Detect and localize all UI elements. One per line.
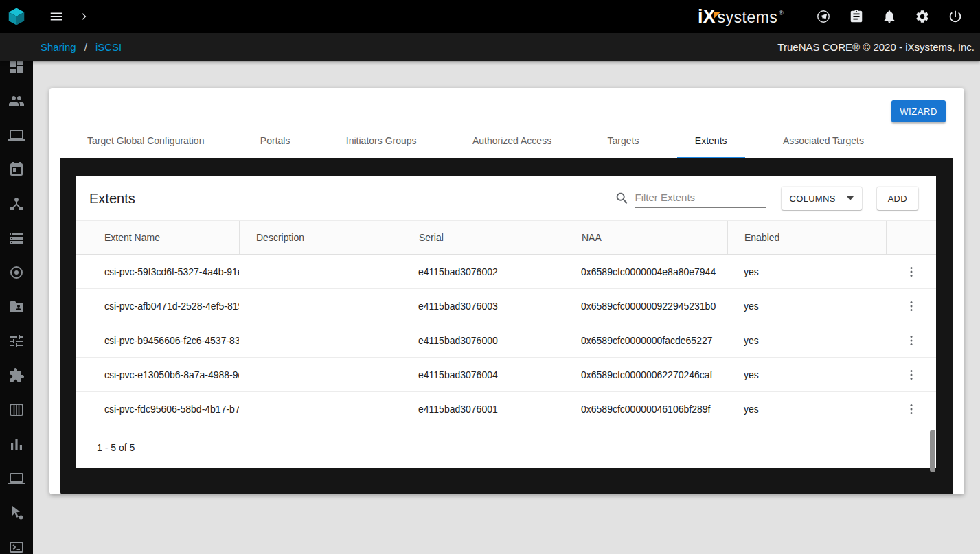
cell-serial: e4115bad3076001 xyxy=(402,392,565,426)
column-header-serial[interactable]: Serial xyxy=(402,221,565,254)
cell-enabled: yes xyxy=(727,255,886,288)
column-header-naa[interactable]: NAA xyxy=(565,221,727,254)
sidebar-item-network[interactable] xyxy=(0,187,33,221)
network-hub-icon xyxy=(8,196,25,212)
cell-naa: 0x6589cfc00000046106bf289f xyxy=(565,392,727,426)
extents-panel: Extents COLUMNS ADD Extent Name xyxy=(76,176,936,468)
jail-icon xyxy=(8,402,25,418)
row-menu-icon[interactable] xyxy=(899,397,924,422)
sidebar-item-virtual-machines[interactable] xyxy=(0,461,33,496)
sidebar-item-jails[interactable] xyxy=(0,393,33,427)
column-header-extent-name[interactable]: Extent Name xyxy=(76,221,239,254)
tab-authorized-access[interactable]: Authorized Access xyxy=(455,125,569,158)
clipboard-icon[interactable] xyxy=(843,3,870,30)
table-header-row: Extent Name Description Serial NAA Enabl… xyxy=(76,220,936,255)
cell-extent-name: csi-pvc-e13050b6-8a7a-4988-9e xyxy=(76,358,239,391)
column-header-description[interactable]: Description xyxy=(239,221,402,254)
terminal-icon xyxy=(8,539,25,554)
tab-initiators-groups[interactable]: Initiators Groups xyxy=(328,125,435,158)
calendar-icon xyxy=(8,161,25,178)
truenas-logo[interactable] xyxy=(0,0,33,33)
settings-icon[interactable] xyxy=(909,3,936,30)
sidebar-item-directory-services[interactable] xyxy=(0,255,33,290)
cell-enabled: yes xyxy=(727,323,886,357)
sidebar-item-sharing[interactable] xyxy=(0,290,33,324)
cell-extent-name: csi-pvc-fdc95606-58bd-4b17-b7 xyxy=(76,392,239,426)
table-row[interactable]: csi-pvc-afb0471d-2528-4ef5-819 e4115bad3… xyxy=(76,289,936,323)
row-menu-icon[interactable] xyxy=(899,362,924,387)
tab-targets[interactable]: Targets xyxy=(590,125,657,158)
tab-bar: Target Global Configuration Portals Init… xyxy=(60,125,953,158)
cell-description xyxy=(239,289,402,323)
sidebar-item-plugins[interactable] xyxy=(0,358,33,393)
bar-chart-icon xyxy=(8,436,25,452)
table-row[interactable]: csi-pvc-e13050b6-8a7a-4988-9e e4115bad30… xyxy=(76,358,936,392)
sidebar-item-tasks[interactable] xyxy=(0,152,33,187)
cell-actions xyxy=(886,323,936,357)
sliders-icon xyxy=(8,333,25,349)
cell-description xyxy=(239,392,402,426)
columns-button[interactable]: COLUMNS xyxy=(782,187,862,210)
row-menu-icon[interactable] xyxy=(899,294,924,319)
breadcrumb: Sharing / iSCSI TrueNAS CORE® © 2020 - i… xyxy=(0,33,980,61)
tab-extents[interactable]: Extents xyxy=(677,125,745,158)
cell-description xyxy=(239,255,402,288)
wizard-button[interactable]: WIZARD xyxy=(891,100,946,122)
cell-extent-name: csi-pvc-b9456606-f2c6-4537-83 xyxy=(76,323,239,357)
cell-actions xyxy=(886,255,936,288)
cell-actions xyxy=(886,392,936,426)
telegram-icon[interactable] xyxy=(810,3,837,30)
tab-portals[interactable]: Portals xyxy=(242,125,308,158)
tab-associated-targets[interactable]: Associated Targets xyxy=(765,125,882,158)
sidebar-item-shell[interactable] xyxy=(0,530,33,554)
users-icon xyxy=(8,93,25,109)
tab-target-global-configuration[interactable]: Target Global Configuration xyxy=(69,125,222,158)
puzzle-icon xyxy=(8,367,25,384)
cell-naa: 0x6589cfc000000922945231b0 xyxy=(565,289,727,323)
scrollbar[interactable] xyxy=(930,430,935,472)
pointer-gear-icon xyxy=(8,505,25,521)
row-menu-icon[interactable] xyxy=(899,328,924,353)
shared-folder-icon xyxy=(8,299,25,315)
cell-serial: e4115bad3076000 xyxy=(402,323,565,357)
systems-logo-text: systems xyxy=(718,8,778,27)
cell-enabled: yes xyxy=(727,392,886,426)
breadcrumb-link-sharing[interactable]: Sharing xyxy=(41,41,76,53)
table-row[interactable]: csi-pvc-fdc95606-58bd-4b17-b7 e4115bad30… xyxy=(76,392,936,426)
sidebar-item-reporting[interactable] xyxy=(0,427,33,461)
sidebar-item-system[interactable] xyxy=(0,118,33,152)
topbar: iX systems ® xyxy=(0,0,980,33)
notifications-icon[interactable] xyxy=(876,3,903,30)
column-header-enabled[interactable]: Enabled xyxy=(727,221,886,254)
sidebar-item-system-processes[interactable] xyxy=(0,496,33,530)
menu-icon[interactable] xyxy=(43,3,70,30)
sidebar-item-services[interactable] xyxy=(0,324,33,358)
vm-laptop-icon xyxy=(8,470,25,487)
chevron-right-icon[interactable] xyxy=(74,3,95,30)
ix-logo-text: iX xyxy=(698,6,716,27)
laptop-icon xyxy=(8,127,25,143)
cell-serial: e4115bad3076002 xyxy=(402,255,565,288)
row-menu-icon[interactable] xyxy=(899,259,924,284)
iscsi-card: WIZARD Target Global Configuration Porta… xyxy=(49,88,964,494)
sidebar xyxy=(0,33,33,554)
breadcrumb-link-iscsi[interactable]: iSCSI xyxy=(95,41,122,53)
sidebar-item-storage[interactable] xyxy=(0,221,33,255)
cell-serial: e4115bad3076003 xyxy=(402,289,565,323)
caret-down-icon xyxy=(847,196,854,200)
cell-enabled: yes xyxy=(727,358,886,391)
truenas-cube-icon xyxy=(6,6,27,27)
search-icon xyxy=(615,191,630,206)
filter-extents-input[interactable] xyxy=(635,189,766,208)
table-row[interactable]: csi-pvc-b9456606-f2c6-4537-83 e4115bad30… xyxy=(76,323,936,358)
cell-description xyxy=(239,323,402,357)
columns-button-label: COLUMNS xyxy=(790,194,836,204)
add-button[interactable]: ADD xyxy=(877,187,918,210)
cell-enabled: yes xyxy=(727,289,886,323)
sidebar-item-accounts[interactable] xyxy=(0,84,33,118)
paginator-range: 1 - 5 of 5 xyxy=(97,442,135,453)
table-row[interactable]: csi-pvc-59f3cd6f-5327-4a4b-91e e4115bad3… xyxy=(76,255,936,289)
copyright-text: TrueNAS CORE® © 2020 - iXsystems, Inc. xyxy=(777,41,975,53)
topbar-actions xyxy=(807,3,972,30)
power-icon[interactable] xyxy=(942,3,969,30)
